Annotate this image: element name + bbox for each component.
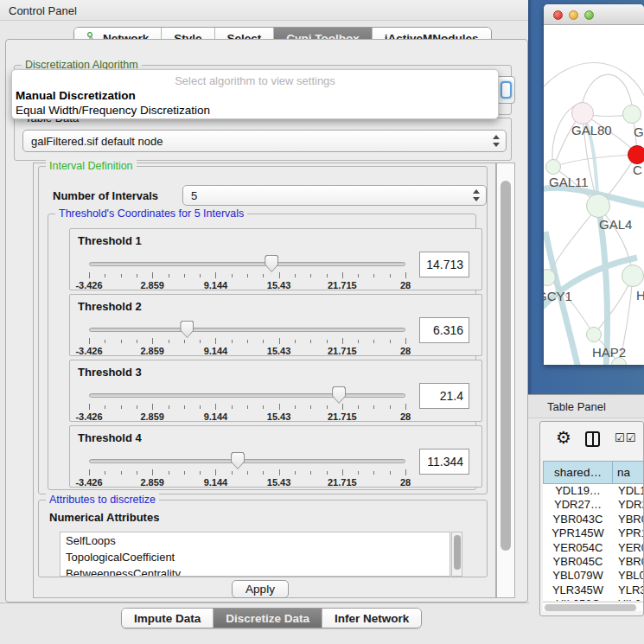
table-row[interactable]: YDR27…YDR2 [543, 498, 644, 512]
slider-thumb[interactable] [332, 386, 346, 404]
attribute-list-item[interactable]: TopologicalCoefficient [61, 549, 450, 565]
table-row[interactable]: YIL052CYIL0 [543, 597, 644, 601]
tab-impute-data[interactable]: Impute Data [122, 609, 214, 628]
tick-mark [169, 340, 169, 343]
tick-mark [137, 274, 137, 277]
dropdown-option-equal-width[interactable]: Equal Width/Frequency Discretization [12, 103, 498, 118]
apply-button[interactable]: Apply [232, 580, 289, 598]
column-header-shared[interactable]: shared… [543, 461, 613, 484]
table-cell[interactable]: YDR2 [613, 498, 644, 512]
numerical-attributes-list[interactable]: SelfLoopsTopologicalCoefficientBetweenne… [60, 532, 450, 577]
table-cell[interactable]: YER0 [613, 541, 644, 555]
slider-track[interactable] [89, 393, 405, 398]
table-row[interactable]: YPR145WYPR1 [543, 526, 644, 540]
tick-mark [232, 340, 233, 343]
dropdown-option-manual[interactable]: Manual Discretization [12, 88, 498, 103]
table-cell[interactable]: YBR043C [543, 513, 613, 526]
slider-scale-label: 28 [400, 411, 411, 422]
threshold-value-field[interactable]: 11.344 [419, 449, 469, 475]
table-row[interactable]: YBR045CYBR0 [543, 555, 644, 569]
table-cell[interactable]: YBR0 [613, 555, 644, 569]
table-cell[interactable]: YDL1 [613, 484, 644, 498]
threshold-slider[interactable]: -3.4262.8599.14415.4321.71528 [89, 456, 405, 485]
scrollbar-thumb[interactable] [501, 181, 511, 551]
table-cell[interactable]: YDR27… [543, 498, 613, 512]
threshold-panel: Threshold 1 -3.4262.8599.14415.4321.7152… [69, 228, 482, 290]
table-cell[interactable]: YIL052C [543, 597, 613, 601]
table-cell[interactable]: YPR145W [543, 526, 613, 540]
slider-track[interactable] [89, 262, 405, 266]
slider-thumb[interactable] [180, 321, 194, 338]
table-cell[interactable]: YPR1 [613, 526, 644, 540]
slider-track[interactable] [89, 459, 405, 463]
threshold-slider[interactable]: -3.4262.8599.14415.4321.71528 [89, 390, 405, 419]
table-cell[interactable]: YDL19… [543, 484, 613, 498]
split-columns-icon[interactable] [585, 431, 600, 447]
scrollbar-thumb[interactable] [454, 535, 461, 570]
table-row[interactable]: YDL19…YDL1 [543, 484, 644, 498]
network-node[interactable] [586, 194, 610, 218]
table-row[interactable]: YLR345WYLR3 [543, 583, 644, 597]
gear-icon[interactable]: ⚙ [556, 427, 571, 448]
tick-mark [310, 405, 311, 409]
tab-discretize-data[interactable]: Discretize Data [214, 609, 322, 628]
threshold-value-field[interactable]: 21.4 [419, 383, 469, 409]
zoom-traffic-light[interactable] [584, 10, 594, 20]
num-intervals-combo[interactable]: 5 [182, 185, 487, 206]
tick-mark [152, 338, 153, 344]
network-node[interactable] [622, 265, 644, 287]
slider-thumb[interactable] [265, 255, 278, 272]
slider-scale-label: 15.43 [267, 280, 291, 290]
table-cell[interactable]: YBR045C [543, 555, 613, 569]
stepper-icon[interactable] [472, 189, 480, 201]
table-row[interactable]: YER054CYER0 [543, 541, 644, 555]
threshold-value-field[interactable]: 6.316 [419, 317, 469, 343]
network-node[interactable] [545, 159, 561, 175]
attribute-list-item[interactable]: SelfLoops [61, 532, 450, 549]
slider-track[interactable] [89, 328, 405, 332]
table-cell[interactable]: YBL0 [613, 569, 644, 583]
slider-scale-label: 9.144 [204, 477, 228, 488]
table-data-combo[interactable]: galFiltered.sif default node [22, 130, 507, 152]
attributes-list-scrollbar[interactable] [451, 532, 462, 577]
network-window-titlebar[interactable] [544, 4, 644, 25]
slider-thumb[interactable] [231, 452, 245, 469]
tick-mark [295, 405, 296, 409]
node-label: GCY1 [544, 289, 572, 303]
tick-mark [390, 340, 391, 343]
threshold-slider[interactable]: -3.4262.8599.14415.4321.71528 [89, 258, 405, 288]
table-rows: YDL19…YDL1YDR27…YDR2YBR043CYBR0YPR145WYP… [543, 484, 644, 601]
table-row[interactable]: YBL079WYBL0 [543, 569, 644, 583]
threshold-value-field[interactable]: 14.713 [419, 252, 469, 277]
stepper-icon[interactable] [492, 135, 500, 147]
network-node[interactable] [628, 145, 644, 164]
table-cell[interactable]: YLR3 [613, 583, 644, 597]
tick-mark [247, 471, 248, 475]
tick-mark [89, 338, 90, 344]
minimize-traffic-light[interactable] [569, 10, 578, 20]
table-horizontal-scrollbar[interactable] [543, 602, 644, 611]
table-cell[interactable]: YIL0 [613, 597, 644, 601]
checkbox-icons[interactable]: ☑☑ [615, 431, 636, 444]
network-node[interactable] [586, 327, 602, 342]
table-cell[interactable]: YLR345W [543, 583, 613, 597]
column-header-name[interactable]: na [613, 461, 644, 484]
table-cell[interactable]: YER054C [543, 541, 613, 555]
table-row[interactable]: YBR043CYBR0 [543, 513, 644, 526]
tab-infer-network[interactable]: Infer Network [322, 609, 421, 628]
attribute-list-item[interactable]: BetweennessCentrality [61, 565, 450, 577]
threshold-slider[interactable]: -3.4262.8599.14415.4321.71528 [89, 324, 405, 354]
scrollbar-thumb[interactable] [545, 604, 636, 611]
slider-scale-label: 21.715 [328, 411, 357, 422]
close-traffic-light[interactable] [553, 10, 563, 20]
tick-mark [121, 405, 122, 409]
network-node[interactable] [622, 105, 641, 124]
slider-scale-label: -3.426 [75, 411, 102, 422]
settings-scrollbar[interactable] [496, 163, 515, 598]
table-cell[interactable]: YBL079W [543, 569, 613, 583]
tick-mark [215, 338, 216, 344]
network-node[interactable] [571, 102, 594, 124]
network-canvas[interactable]: GAL80GACGAL11GAL4GCY1HHAP2 [544, 26, 644, 365]
table-cell[interactable]: YBR0 [613, 513, 644, 526]
tick-mark [263, 405, 264, 409]
